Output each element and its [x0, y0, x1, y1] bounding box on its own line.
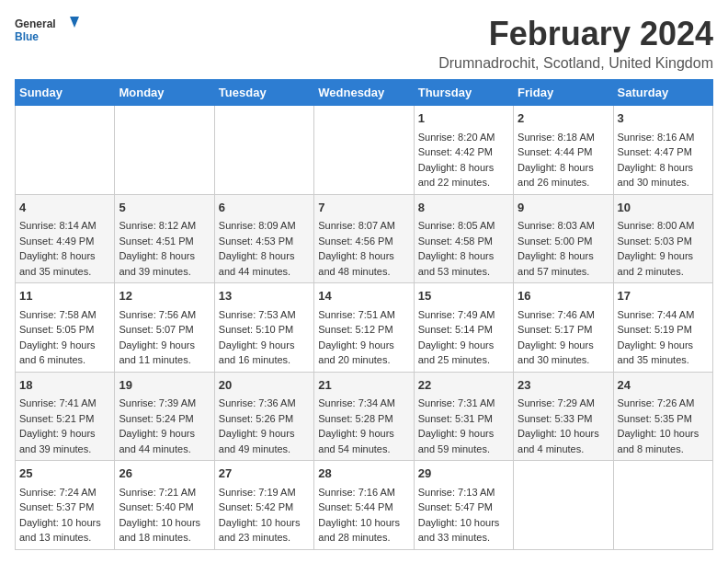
day-info: Sunrise: 8:07 AM Sunset: 4:56 PM Dayligh…: [318, 218, 409, 279]
day-number: 4: [19, 199, 110, 217]
calendar-cell: 11Sunrise: 7:58 AM Sunset: 5:05 PM Dayli…: [16, 283, 115, 373]
calendar-cell: 22Sunrise: 7:31 AM Sunset: 5:31 PM Dayli…: [414, 372, 513, 461]
day-number: 7: [318, 199, 409, 217]
calendar-cell: 8Sunrise: 8:05 AM Sunset: 4:58 PM Daylig…: [414, 194, 513, 283]
day-number: 15: [418, 287, 509, 305]
day-info: Sunrise: 8:05 AM Sunset: 4:58 PM Dayligh…: [418, 218, 509, 279]
day-number: 26: [119, 465, 210, 483]
calendar-cell: 14Sunrise: 7:51 AM Sunset: 5:12 PM Dayli…: [314, 283, 414, 373]
calendar-cell: 1Sunrise: 8:20 AM Sunset: 4:42 PM Daylig…: [414, 106, 513, 195]
header-row: SundayMondayTuesdayWednesdayThursdayFrid…: [16, 80, 713, 106]
calendar-cell: 7Sunrise: 8:07 AM Sunset: 4:56 PM Daylig…: [314, 194, 414, 283]
day-info: Sunrise: 7:58 AM Sunset: 5:05 PM Dayligh…: [19, 307, 110, 368]
day-number: 2: [518, 109, 609, 128]
calendar-cell: 29Sunrise: 7:13 AM Sunset: 5:47 PM Dayli…: [414, 461, 513, 550]
week-row-1: 1Sunrise: 8:20 AM Sunset: 4:42 PM Daylig…: [16, 106, 713, 195]
day-number: 22: [418, 376, 509, 395]
day-number: 14: [318, 287, 409, 305]
day-number: 9: [518, 199, 609, 217]
svg-marker-2: [70, 17, 79, 28]
day-info: Sunrise: 8:09 AM Sunset: 4:53 PM Dayligh…: [219, 218, 310, 279]
day-info: Sunrise: 8:03 AM Sunset: 5:00 PM Dayligh…: [518, 218, 609, 279]
calendar-cell: 4Sunrise: 8:14 AM Sunset: 4:49 PM Daylig…: [16, 194, 115, 283]
day-number: 29: [418, 465, 509, 483]
calendar-cell: 20Sunrise: 7:36 AM Sunset: 5:26 PM Dayli…: [214, 372, 313, 461]
calendar-cell: 18Sunrise: 7:41 AM Sunset: 5:21 PM Dayli…: [16, 372, 115, 461]
day-info: Sunrise: 7:49 AM Sunset: 5:14 PM Dayligh…: [418, 307, 509, 368]
day-info: Sunrise: 8:16 AM Sunset: 4:47 PM Dayligh…: [618, 130, 709, 190]
calendar-cell: 19Sunrise: 7:39 AM Sunset: 5:24 PM Dayli…: [115, 372, 214, 461]
logo-svg: General Blue: [15, 15, 79, 47]
day-info: Sunrise: 7:16 AM Sunset: 5:44 PM Dayligh…: [318, 485, 409, 546]
calendar-cell: 9Sunrise: 8:03 AM Sunset: 5:00 PM Daylig…: [514, 194, 613, 283]
header-cell-friday: Friday: [514, 80, 613, 106]
day-info: Sunrise: 8:14 AM Sunset: 4:49 PM Dayligh…: [19, 218, 110, 279]
day-number: 17: [618, 287, 709, 305]
calendar-cell: [514, 461, 613, 550]
day-info: Sunrise: 7:31 AM Sunset: 5:31 PM Dayligh…: [418, 396, 509, 456]
day-number: 16: [518, 287, 609, 305]
day-info: Sunrise: 8:18 AM Sunset: 4:44 PM Dayligh…: [518, 130, 609, 190]
calendar-cell: 21Sunrise: 7:34 AM Sunset: 5:28 PM Dayli…: [314, 372, 414, 461]
calendar-cell: 10Sunrise: 8:00 AM Sunset: 5:03 PM Dayli…: [613, 194, 712, 283]
day-number: 20: [219, 376, 310, 395]
day-number: 21: [318, 376, 409, 395]
calendar-cell: 26Sunrise: 7:21 AM Sunset: 5:40 PM Dayli…: [115, 461, 214, 550]
header-cell-sunday: Sunday: [16, 80, 115, 106]
calendar-cell: 12Sunrise: 7:56 AM Sunset: 5:07 PM Dayli…: [115, 283, 214, 373]
day-number: 10: [618, 199, 709, 217]
calendar-cell: [115, 106, 214, 195]
day-info: Sunrise: 7:41 AM Sunset: 5:21 PM Dayligh…: [19, 396, 110, 456]
day-info: Sunrise: 7:44 AM Sunset: 5:19 PM Dayligh…: [618, 307, 709, 368]
header-cell-tuesday: Tuesday: [214, 80, 313, 106]
calendar-cell: 3Sunrise: 8:16 AM Sunset: 4:47 PM Daylig…: [613, 106, 712, 195]
calendar-cell: 16Sunrise: 7:46 AM Sunset: 5:17 PM Dayli…: [514, 283, 613, 373]
day-info: Sunrise: 8:00 AM Sunset: 5:03 PM Dayligh…: [618, 218, 709, 279]
day-info: Sunrise: 7:46 AM Sunset: 5:17 PM Dayligh…: [518, 307, 609, 368]
calendar-cell: [214, 106, 313, 195]
day-info: Sunrise: 7:39 AM Sunset: 5:24 PM Dayligh…: [119, 396, 210, 456]
calendar-cell: 13Sunrise: 7:53 AM Sunset: 5:10 PM Dayli…: [214, 283, 313, 373]
page-subtitle: Drumnadrochit, Scotland, United Kingdom: [438, 55, 713, 72]
header-cell-saturday: Saturday: [613, 80, 712, 106]
day-number: 24: [618, 376, 709, 395]
week-row-3: 11Sunrise: 7:58 AM Sunset: 5:05 PM Dayli…: [16, 283, 713, 373]
calendar-cell: 23Sunrise: 7:29 AM Sunset: 5:33 PM Dayli…: [514, 372, 613, 461]
day-info: Sunrise: 7:34 AM Sunset: 5:28 PM Dayligh…: [318, 396, 409, 456]
page-header: General Blue February 2024 Drumnadrochit…: [15, 15, 713, 72]
calendar-cell: 17Sunrise: 7:44 AM Sunset: 5:19 PM Dayli…: [613, 283, 712, 373]
day-number: 12: [119, 287, 210, 305]
logo: General Blue: [15, 15, 79, 47]
day-number: 27: [219, 465, 310, 483]
page-title: February 2024: [438, 15, 713, 53]
week-row-2: 4Sunrise: 8:14 AM Sunset: 4:49 PM Daylig…: [16, 194, 713, 283]
header-cell-thursday: Thursday: [414, 80, 513, 106]
calendar-cell: 24Sunrise: 7:26 AM Sunset: 5:35 PM Dayli…: [613, 372, 712, 461]
day-number: 8: [418, 199, 509, 217]
day-info: Sunrise: 7:26 AM Sunset: 5:35 PM Dayligh…: [618, 396, 709, 456]
day-number: 5: [119, 199, 210, 217]
day-number: 18: [19, 376, 110, 395]
day-number: 11: [19, 287, 110, 305]
calendar-cell: 2Sunrise: 8:18 AM Sunset: 4:44 PM Daylig…: [514, 106, 613, 195]
day-info: Sunrise: 8:12 AM Sunset: 4:51 PM Dayligh…: [119, 218, 210, 279]
day-number: 6: [219, 199, 310, 217]
day-number: 3: [618, 109, 709, 128]
header-cell-wednesday: Wednesday: [314, 80, 414, 106]
svg-text:General: General: [15, 17, 56, 30]
calendar-table: SundayMondayTuesdayWednesdayThursdayFrid…: [15, 79, 713, 550]
day-info: Sunrise: 7:19 AM Sunset: 5:42 PM Dayligh…: [219, 485, 310, 546]
title-area: February 2024 Drumnadrochit, Scotland, U…: [438, 15, 713, 72]
day-number: 1: [418, 109, 509, 128]
day-number: 25: [19, 465, 110, 483]
day-info: Sunrise: 8:20 AM Sunset: 4:42 PM Dayligh…: [418, 130, 509, 190]
calendar-cell: 27Sunrise: 7:19 AM Sunset: 5:42 PM Dayli…: [214, 461, 313, 550]
calendar-cell: 15Sunrise: 7:49 AM Sunset: 5:14 PM Dayli…: [414, 283, 513, 373]
calendar-cell: 6Sunrise: 8:09 AM Sunset: 4:53 PM Daylig…: [214, 194, 313, 283]
day-info: Sunrise: 7:13 AM Sunset: 5:47 PM Dayligh…: [418, 485, 509, 546]
day-info: Sunrise: 7:21 AM Sunset: 5:40 PM Dayligh…: [119, 485, 210, 546]
day-info: Sunrise: 7:29 AM Sunset: 5:33 PM Dayligh…: [518, 396, 609, 456]
calendar-cell: 5Sunrise: 8:12 AM Sunset: 4:51 PM Daylig…: [115, 194, 214, 283]
calendar-cell: 28Sunrise: 7:16 AM Sunset: 5:44 PM Dayli…: [314, 461, 414, 550]
calendar-cell: 25Sunrise: 7:24 AM Sunset: 5:37 PM Dayli…: [16, 461, 115, 550]
